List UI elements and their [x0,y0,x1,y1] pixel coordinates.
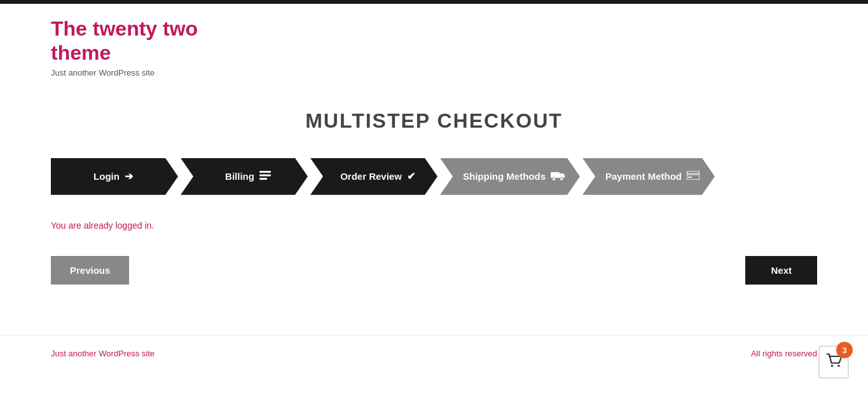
svg-rect-8 [688,177,692,178]
previous-button[interactable]: Previous [51,256,129,285]
main-content: MULTISTEP CHECKOUT Login ➔ Billing Order… [0,84,868,335]
svg-rect-7 [687,173,699,175]
footer-left-text: Just another WordPress site [51,349,155,358]
page-title: MULTISTEP CHECKOUT [51,109,817,133]
cart-badge: 3 [836,342,853,358]
step-order-review[interactable]: Order Review ✔ [310,158,437,195]
step-shipping[interactable]: Shipping Methods [440,158,580,195]
svg-rect-0 [259,171,271,173]
cart-icon-button[interactable]: 3 [818,346,849,379]
step-shipping-label: Shipping Methods [463,171,546,182]
step-payment[interactable]: Payment Method [582,158,715,195]
next-button[interactable]: Next [745,256,817,285]
login-icon: ➔ [125,170,133,182]
svg-point-4 [552,177,555,180]
footer-right-text: All rights reserved [751,349,817,358]
nav-buttons: Previous Next [51,256,817,285]
checkout-steps: Login ➔ Billing Order Review ✔ Shipping … [51,158,817,195]
payment-icon [687,171,699,182]
svg-rect-3 [551,172,560,178]
svg-point-5 [560,177,563,180]
step-payment-label: Payment Method [605,171,682,182]
svg-rect-1 [259,174,271,176]
step-order-review-label: Order Review [340,171,402,182]
svg-point-10 [837,365,840,367]
step-login[interactable]: Login ➔ [51,158,178,195]
shipping-icon [551,170,565,183]
svg-rect-2 [259,178,267,180]
site-header: The twenty two theme Just another WordPr… [0,4,868,84]
already-logged-message: You are already logged in. [51,220,817,231]
step-billing[interactable]: Billing [181,158,308,195]
site-title: The twenty two theme [51,17,817,65]
order-review-icon: ✔ [407,170,415,182]
step-login-label: Login [93,171,120,182]
footer: Just another WordPress site All rights r… [0,335,868,371]
site-tagline: Just another WordPress site [51,68,817,77]
cart-widget[interactable]: 3 [818,346,849,379]
billing-icon [259,171,271,182]
step-billing-label: Billing [225,171,254,182]
svg-point-9 [831,365,834,367]
